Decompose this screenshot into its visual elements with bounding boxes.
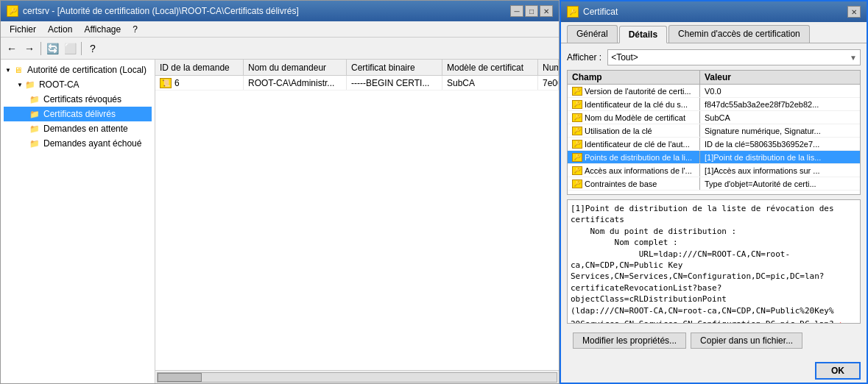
dialog-close-btn[interactable]: ✕ xyxy=(847,6,861,18)
content-area: ▼ 🖥 Autorité de certification (Local) ▼ … xyxy=(1,60,559,383)
detail-content: [1]Point de distribution de la liste de … xyxy=(571,204,845,324)
root-folder-icon: 🖥 xyxy=(13,64,24,76)
tree-item-issued[interactable]: 📁 Certificats délivrés xyxy=(4,107,152,121)
field-name-5: Points de distribution de la li... xyxy=(585,153,692,162)
list-row[interactable]: 📜 6 ROOT-CA\Administr... -----BEGIN CERT… xyxy=(155,76,559,90)
field-val-2: SubCA xyxy=(700,111,860,124)
field-row-2[interactable]: 🔑 Nom du Modèle de certificat SubCA xyxy=(568,111,860,124)
menu-action[interactable]: Action xyxy=(42,23,78,36)
col-header-model[interactable]: Modèle de certificat xyxy=(442,60,538,75)
revoked-folder-icon: 📁 xyxy=(29,93,40,105)
cell-num: 7e0000... xyxy=(538,76,559,90)
field-row-6[interactable]: 🔑 Accès aux informations de l'... [1]Acc… xyxy=(568,164,860,177)
help-toolbar-button[interactable]: ? xyxy=(85,40,101,57)
field-name-6: Accès aux informations de l'... xyxy=(585,166,692,175)
tree-item-failed[interactable]: 📁 Demandes ayant échoué xyxy=(4,136,152,151)
field-val-7: Type d'objet=Autorité de certi... xyxy=(700,177,860,190)
back-button[interactable]: ← xyxy=(4,40,20,57)
field-icon-7: 🔑 xyxy=(572,179,582,188)
field-name-3: Utilisation de la clé xyxy=(585,127,652,135)
col-header-id[interactable]: ID de la demande xyxy=(155,60,244,75)
menu-bar: Fichier Action Affichage ? xyxy=(1,21,559,38)
dialog-content: Afficher : <Tout> ▼ Champ Valeur 🔑 Versi… xyxy=(561,43,867,359)
field-icon-6: 🔑 xyxy=(572,166,582,175)
field-icon-2: 🔑 xyxy=(572,113,582,122)
display-select-value: <Tout> xyxy=(611,52,638,63)
display-select[interactable]: <Tout> ▼ xyxy=(607,49,861,65)
menu-fichier[interactable]: Fichier xyxy=(4,23,42,36)
expand-icon-rootca[interactable]: ▼ xyxy=(17,82,23,88)
cert-dialog: 🔑 Certificat ✕ Général Détails Chemin d'… xyxy=(560,0,868,384)
modify-properties-button[interactable]: Modifier les propriétés... xyxy=(573,333,686,349)
col-header-cert[interactable]: Certificat binaire xyxy=(347,60,442,75)
tree-item-revoked[interactable]: 📁 Certificats révoqués xyxy=(4,92,152,107)
field-row-4[interactable]: 🔑 Identificateur de clé de l'aut... ID d… xyxy=(568,138,860,151)
maximize-btn[interactable]: □ xyxy=(525,5,538,17)
dialog-cert-icon: 🔑 xyxy=(567,6,579,18)
field-row-5[interactable]: 🔑 Points de distribution de la li... [1]… xyxy=(568,151,860,164)
field-row-3[interactable]: 🔑 Utilisation de la clé Signature numéri… xyxy=(568,124,860,138)
field-val-3: Signature numérique, Signatur... xyxy=(700,124,860,137)
cell-name: ROOT-CA\Administr... xyxy=(244,76,347,90)
field-name-0: Version de l'autorité de certi... xyxy=(585,87,691,96)
dialog-ok-row: OK xyxy=(561,359,867,383)
main-window: 🔑 certsrv - [Autorité de certification (… xyxy=(0,0,560,384)
display-row: Afficher : <Tout> ▼ xyxy=(567,49,861,65)
field-row-1[interactable]: 🔑 Identificateur de la clé du s... f847d… xyxy=(568,98,860,111)
toolbar-separator-1 xyxy=(40,42,41,55)
col-header-num[interactable]: Numér xyxy=(538,60,559,75)
title-bar-left: 🔑 certsrv - [Autorité de certification (… xyxy=(7,5,299,17)
minimize-btn[interactable]: ─ xyxy=(510,5,523,17)
tree-label-pending: Demandes en attente xyxy=(43,124,128,134)
issued-folder-icon: 📁 xyxy=(29,108,40,120)
field-icon-4: 🔑 xyxy=(572,140,582,149)
dialog-tabs: Général Détails Chemin d'accès de certif… xyxy=(561,22,867,43)
field-name-4: Identificateur de clé de l'aut... xyxy=(585,140,690,149)
tab-general[interactable]: Général xyxy=(567,25,618,43)
refresh-button[interactable]: 🔄 xyxy=(44,40,60,57)
close-btn-main[interactable]: ✕ xyxy=(540,5,553,17)
toolbar-separator-2 xyxy=(81,42,82,55)
title-bar-buttons: ─ □ ✕ xyxy=(510,5,553,17)
cell-cert: -----BEGIN CERTI... xyxy=(347,76,442,90)
menu-help[interactable]: ? xyxy=(127,23,144,36)
ok-button[interactable]: OK xyxy=(815,362,861,380)
tree-label-revoked: Certificats révoqués xyxy=(43,94,121,104)
dropdown-arrow-icon: ▼ xyxy=(850,54,857,62)
field-row-7[interactable]: 🔑 Contraintes de base Type d'objet=Autor… xyxy=(568,177,860,191)
export-button[interactable]: ⬜ xyxy=(62,40,78,57)
horizontal-scrollbar[interactable] xyxy=(155,370,559,383)
fields-table-header: Champ Valeur xyxy=(568,71,860,85)
app-icon: 🔑 xyxy=(7,5,18,17)
col-header-name[interactable]: Nom du demandeur xyxy=(244,60,347,75)
tab-details[interactable]: Détails xyxy=(619,26,667,43)
forward-button[interactable]: → xyxy=(21,40,38,57)
field-val-0: V0.0 xyxy=(700,85,860,97)
main-title-bar: 🔑 certsrv - [Autorité de certification (… xyxy=(1,1,559,21)
scrollbar-thumb[interactable] xyxy=(158,373,202,382)
tab-certification-path[interactable]: Chemin d'accès de certification xyxy=(668,25,810,43)
main-window-title: certsrv - [Autorité de certification (Lo… xyxy=(23,6,299,16)
copy-to-file-button[interactable]: Copier dans un fichier... xyxy=(691,333,802,349)
list-header: ID de la demande Nom du demandeur Certif… xyxy=(155,60,559,76)
field-val-5: [1]Point de distribution de la lis... xyxy=(700,151,860,163)
tree-item-pending[interactable]: 📁 Demandes en attente xyxy=(4,121,152,136)
tree-label-failed: Demandes ayant échoué xyxy=(43,138,141,149)
tree-item-rootca[interactable]: ▼ 📁 ROOT-CA xyxy=(4,77,152,92)
field-icon-0: 🔑 xyxy=(572,87,582,96)
list-body: 📜 6 ROOT-CA\Administr... -----BEGIN CERT… xyxy=(155,76,559,370)
cell-id-value: 6 xyxy=(174,78,180,88)
field-name-7: Contraintes de base xyxy=(585,179,657,188)
field-row-0[interactable]: 🔑 Version de l'autorité de certi... V0.0 xyxy=(568,85,860,98)
display-label: Afficher : xyxy=(567,52,601,63)
menu-affichage[interactable]: Affichage xyxy=(78,23,127,36)
list-panel: ID de la demande Nom du demandeur Certif… xyxy=(155,60,559,383)
field-icon-3: 🔑 xyxy=(572,127,582,135)
cert-icon: 📜 xyxy=(160,78,172,88)
dialog-title-bar: 🔑 Certificat ✕ xyxy=(561,1,867,22)
scrollbar-track[interactable] xyxy=(157,372,557,383)
expand-icon-root[interactable]: ▼ xyxy=(5,67,11,74)
field-val-6: [1]Accès aux informations sur ... xyxy=(700,164,860,177)
tree-item-root[interactable]: ▼ 🖥 Autorité de certification (Local) xyxy=(4,63,152,77)
cell-model: SubCA xyxy=(442,76,538,90)
